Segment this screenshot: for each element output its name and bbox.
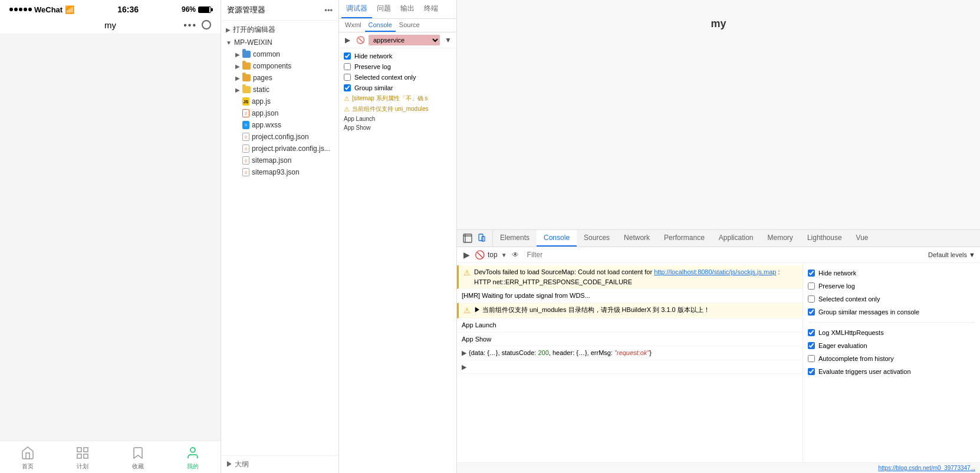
sitemap93-label: sitemap93.json: [252, 168, 300, 176]
tree-item-appwxss[interactable]: S app.wxss: [221, 119, 338, 131]
console-sidebar: Hide network Preserve log Selected conte…: [803, 263, 980, 462]
sb-autocomplete-row: Autocomplete from history: [808, 353, 975, 364]
dt-tab-application[interactable]: Application: [712, 230, 761, 247]
dt-tab-console[interactable]: Console: [537, 230, 577, 247]
tree-item-pages[interactable]: ▶ pages: [221, 72, 338, 84]
debug-tabs: 调试器 问题 输出 终端: [339, 0, 456, 19]
dt-tab-vue[interactable]: Vue: [849, 230, 876, 247]
nav-item-collect[interactable]: 收藏: [110, 446, 166, 471]
console-ban-icon[interactable]: 🚫: [475, 250, 484, 260]
debug-group-similar-checkbox[interactable]: [344, 84, 351, 91]
sb-hide-network-checkbox[interactable]: [808, 270, 815, 277]
sb-evaluate-triggers-label: Evaluate triggers user activation: [818, 368, 911, 375]
sb-group-similar-label: Group similar messages in console: [818, 308, 919, 316]
debug-tab-debugger[interactable]: 调试器: [341, 0, 372, 18]
debug-selected-context-row: Selected context only: [344, 72, 452, 83]
dt-tab-performance[interactable]: Performance: [657, 230, 712, 247]
sb-selected-context-checkbox[interactable]: [808, 295, 815, 303]
sb-group-similar-checkbox[interactable]: [808, 308, 815, 316]
tree-item-components[interactable]: ▶ components: [221, 60, 338, 72]
tree-item-projectconfig[interactable]: {} project.config.json: [221, 131, 338, 143]
console-sourcemap-text: DevTools failed to load SourceMap: Could…: [474, 267, 798, 287]
sb-autocomplete-checkbox[interactable]: [808, 355, 815, 362]
nav-item-home[interactable]: 首页: [0, 446, 55, 471]
console-row-data: ▶ {data: {…}, statusCode: 200, header: {…: [457, 346, 803, 360]
debug-toolbar: ▶ 🚫 appservice ▼: [339, 32, 456, 48]
devtools-device-icon[interactable]: [476, 230, 488, 247]
dt-tab-elements[interactable]: Elements: [493, 230, 537, 247]
tree-item-sitemap[interactable]: {} sitemap.json: [221, 155, 338, 166]
debug-tab-issues[interactable]: 问题: [372, 0, 396, 18]
phone-title-icons[interactable]: •••: [183, 20, 211, 31]
nav-item-mine[interactable]: 我的: [166, 446, 221, 471]
debug-context-select[interactable]: appservice: [369, 35, 440, 45]
debug-preserve-log-label: Preserve log: [354, 63, 391, 70]
tree-item-projectprivate[interactable]: {} project.private.config.js...: [221, 143, 338, 155]
tree-open-editor[interactable]: ▶ 打开的编辑器: [221, 23, 338, 37]
debug-subtab-wxml[interactable]: Wxml: [341, 19, 365, 32]
battery-percent: 96%: [182, 5, 196, 14]
debug-app-launch-text: App Launch: [344, 116, 375, 122]
sb-eager-eval-checkbox[interactable]: [808, 342, 815, 349]
devtools-console-body: ⚠ DevTools failed to load SourceMap: Cou…: [457, 263, 980, 462]
tree-item-common[interactable]: ▶ common: [221, 48, 338, 60]
nav-item-plan[interactable]: 计划: [55, 446, 111, 471]
tree-root-mp-weixin[interactable]: ▼ MP-WEIXIN: [221, 37, 338, 48]
tree-item-static[interactable]: ▶ static: [221, 84, 338, 96]
console-applaunch-text: App Launch: [462, 320, 496, 330]
debug-dropdown-icon[interactable]: ▼: [443, 35, 453, 45]
filetree-footer[interactable]: ▶ 大纲: [221, 455, 338, 473]
svg-rect-2: [77, 454, 81, 458]
debug-preserve-log-checkbox[interactable]: [344, 63, 351, 70]
debug-tab-terminal[interactable]: 终端: [419, 0, 443, 18]
console-clear-icon[interactable]: ▶: [462, 250, 471, 260]
console-expand-icon[interactable]: ▶: [462, 348, 466, 358]
json-file-icon-sitemap: {}: [242, 156, 249, 165]
sb-eager-eval-label: Eager evaluation: [818, 342, 867, 349]
dt-tab-sources[interactable]: Sources: [577, 230, 617, 247]
pages-label: pages: [253, 74, 272, 82]
console-expand-arrow[interactable]: ▶: [462, 362, 466, 372]
tree-item-sitemap93[interactable]: {} sitemap93.json: [221, 166, 338, 178]
default-levels-btn[interactable]: Default levels ▼: [928, 251, 975, 258]
svg-rect-0: [77, 448, 81, 452]
debug-bottom-panel: 调试器 问题 输出 终端 Wxml Console Source ▶ 🚫 app…: [339, 0, 457, 473]
console-context-label: top: [488, 251, 498, 259]
debug-play-icon[interactable]: ▶: [343, 35, 352, 45]
grid-icon: [75, 446, 90, 460]
debug-app-show-text: App Show: [344, 124, 371, 131]
debug-subtab-console[interactable]: Console: [365, 19, 396, 32]
dt-tab-network[interactable]: Network: [617, 230, 657, 247]
debug-ban-icon[interactable]: 🚫: [356, 35, 365, 45]
statusbar-url[interactable]: https://blog.csdn.net/m0_39773347...: [878, 465, 975, 471]
more-dots-icon[interactable]: •••: [183, 20, 197, 31]
sb-preserve-log-checkbox[interactable]: [808, 283, 815, 290]
debug-tab-output[interactable]: 输出: [396, 0, 419, 18]
sb-log-xmlhttp-label: Log XMLHttpRequests: [818, 329, 884, 336]
filetree-more-icon[interactable]: •••: [324, 6, 333, 15]
console-filter-input[interactable]: [524, 249, 925, 260]
json-file-icon-projectprivate: {}: [242, 144, 249, 153]
console-eye-icon[interactable]: 👁: [511, 250, 520, 260]
tree-item-appjs[interactable]: JS app.js: [221, 96, 338, 107]
tree-item-appjson[interactable]: {} app.json: [221, 107, 338, 119]
dt-tab-lighthouse[interactable]: Lighthouse: [800, 230, 849, 247]
svg-point-4: [190, 448, 195, 452]
filetree-body: ▶ 打开的编辑器 ▼ MP-WEIXIN ▶ common ▶ componen…: [221, 21, 338, 455]
svg-rect-5: [463, 234, 472, 242]
console-context-dropdown-icon[interactable]: ▼: [501, 252, 507, 258]
debug-subtab-source[interactable]: Source: [396, 19, 423, 32]
static-folder-icon: [242, 86, 251, 93]
debug-warning-sitemap: ⚠ [sitemap 系列属性「不」确 s: [344, 93, 452, 104]
sb-evaluate-triggers-checkbox[interactable]: [808, 368, 815, 375]
debug-selected-context-checkbox[interactable]: [344, 74, 351, 81]
sb-log-xmlhttp-checkbox[interactable]: [808, 329, 815, 336]
filetree-header-icons[interactable]: •••: [324, 6, 333, 15]
dt-tab-memory[interactable]: Memory: [761, 230, 800, 247]
record-icon[interactable]: [202, 20, 211, 29]
devtools-inspect-icon[interactable]: [462, 230, 473, 247]
debug-hide-network-checkbox[interactable]: [344, 52, 351, 60]
debug-subtabs: Wxml Console Source: [339, 19, 456, 32]
wxss-file-icon: S: [242, 121, 249, 129]
console-sourcemap-link[interactable]: http://localhost:8080/static/js/sockjs.j…: [654, 268, 776, 275]
